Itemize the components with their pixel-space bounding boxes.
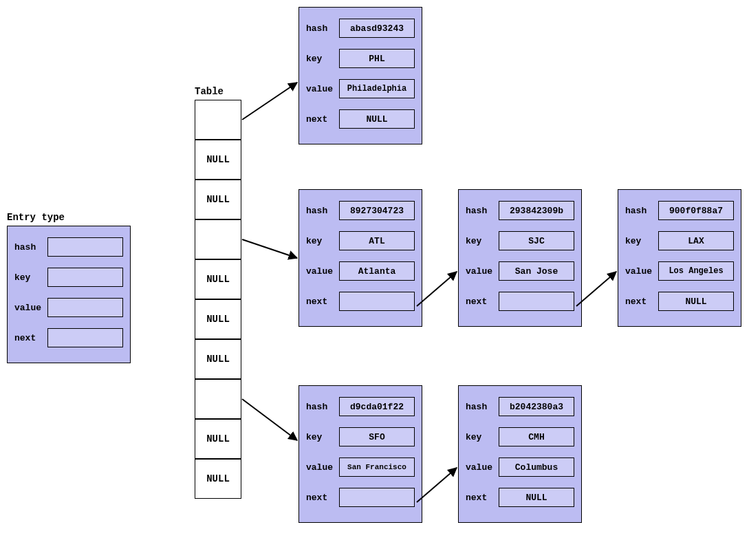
sjc-next-label: next <box>466 297 495 307</box>
lax-key-val: LAX <box>658 231 734 250</box>
legend-value-val <box>47 298 123 317</box>
node-sjc: hash293842309b keySJC valueSan Jose next <box>458 189 582 327</box>
legend-next-label: next <box>14 333 43 343</box>
node-cmh: hashb2042380a3 keyCMH valueColumbus next… <box>458 385 582 523</box>
table-slot-3 <box>195 219 241 259</box>
table-slot-1: NULL <box>195 140 241 180</box>
lax-hash-val: 900f0f88a7 <box>658 201 734 220</box>
cmh-value-val: Columbus <box>499 457 574 477</box>
table-label: Table <box>195 86 224 97</box>
lax-next-label: next <box>625 297 654 307</box>
lax-hash-label: hash <box>625 206 654 216</box>
cmh-hash-label: hash <box>466 402 495 412</box>
node-atl: hash8927304723 keyATL valueAtlanta next <box>298 189 422 327</box>
sfo-next-val <box>339 488 415 507</box>
table-slot-4: NULL <box>195 259 241 299</box>
phl-key-label: key <box>306 54 335 64</box>
phl-value-val: Philadelphia <box>339 79 415 98</box>
sfo-hash-label: hash <box>306 402 335 412</box>
lax-key-label: key <box>625 236 654 246</box>
phl-next-label: next <box>306 114 335 125</box>
arrow-sfo-cmh <box>417 468 457 502</box>
node-lax: hash900f0f88a7 keyLAX valueLos Angeles n… <box>618 189 741 327</box>
sjc-key-val: SJC <box>499 231 574 250</box>
arrow-slot3-atl <box>242 239 297 258</box>
atl-next-val <box>339 292 415 311</box>
sjc-hash-label: hash <box>466 206 495 216</box>
arrow-sjc-lax <box>576 272 616 306</box>
cmh-next-label: next <box>466 493 495 503</box>
legend-hash-val <box>47 237 123 257</box>
sjc-value-val: San Jose <box>499 261 574 281</box>
atl-hash-label: hash <box>306 206 335 216</box>
table-slot-7 <box>195 379 241 419</box>
atl-key-val: ATL <box>339 231 415 250</box>
phl-hash-label: hash <box>306 23 335 34</box>
arrow-slot0-phl <box>242 83 297 120</box>
entry-type-box: hash key value next <box>7 226 131 363</box>
sfo-value-val: San Francisco <box>339 457 415 477</box>
atl-next-label: next <box>306 297 335 307</box>
cmh-value-label: value <box>466 462 495 473</box>
atl-value-val: Atlanta <box>339 261 415 281</box>
lax-value-val: Los Angeles <box>658 261 734 281</box>
cmh-key-val: CMH <box>499 427 574 446</box>
table-slot-9: NULL <box>195 459 241 499</box>
legend-key-val <box>47 268 123 287</box>
arrow-atl-sjc <box>417 272 457 306</box>
node-phl: hashabasd93243 keyPHL valuePhiladelphia … <box>298 7 422 144</box>
sjc-next-val <box>499 292 574 311</box>
cmh-next-val: NULL <box>499 488 574 507</box>
table-slot-5: NULL <box>195 299 241 339</box>
atl-key-label: key <box>306 236 335 246</box>
sjc-key-label: key <box>466 236 495 246</box>
sfo-next-label: next <box>306 493 335 503</box>
atl-hash-val: 8927304723 <box>339 201 415 220</box>
legend-value-label: value <box>14 303 43 313</box>
node-sfo: hashd9cda01f22 keySFO valueSan Francisco… <box>298 385 422 523</box>
phl-value-label: value <box>306 84 335 94</box>
lax-next-val: NULL <box>658 292 734 311</box>
phl-next-val: NULL <box>339 109 415 129</box>
legend-key-label: key <box>14 272 43 283</box>
table-slot-2: NULL <box>195 180 241 219</box>
cmh-key-label: key <box>466 432 495 442</box>
sfo-value-label: value <box>306 462 335 473</box>
table-slot-0 <box>195 100 241 140</box>
sfo-key-label: key <box>306 432 335 442</box>
entry-type-label: Entry type <box>7 212 65 223</box>
legend-hash-label: hash <box>14 242 43 252</box>
sfo-key-val: SFO <box>339 427 415 446</box>
sjc-hash-val: 293842309b <box>499 201 574 220</box>
atl-value-label: value <box>306 266 335 277</box>
arrow-slot7-sfo <box>242 399 297 440</box>
phl-key-val: PHL <box>339 49 415 68</box>
lax-value-label: value <box>625 266 654 277</box>
table-slot-8: NULL <box>195 419 241 459</box>
phl-hash-val: abasd93243 <box>339 19 415 38</box>
sfo-hash-val: d9cda01f22 <box>339 397 415 416</box>
legend-next-val <box>47 328 123 347</box>
cmh-hash-val: b2042380a3 <box>499 397 574 416</box>
table-slot-6: NULL <box>195 339 241 379</box>
sjc-value-label: value <box>466 266 495 277</box>
